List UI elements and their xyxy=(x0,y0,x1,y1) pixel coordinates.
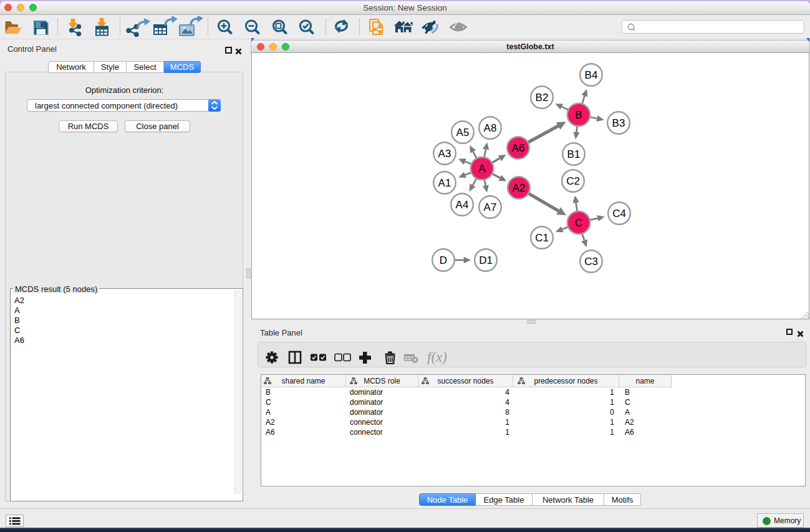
svg-text:B4: B4 xyxy=(585,69,598,81)
svg-text:D1: D1 xyxy=(479,254,493,266)
svg-text:C: C xyxy=(575,217,582,229)
svg-text:B: B xyxy=(575,109,582,121)
svg-text:D: D xyxy=(440,254,447,266)
svg-text:A6: A6 xyxy=(512,142,525,154)
svg-text:A4: A4 xyxy=(456,199,469,211)
svg-text:f(x): f(x) xyxy=(427,349,447,365)
svg-text:A7: A7 xyxy=(484,201,497,213)
svg-text:A: A xyxy=(478,163,486,175)
svg-text:C3: C3 xyxy=(584,256,598,268)
svg-text:A8: A8 xyxy=(484,122,497,134)
svg-text:B2: B2 xyxy=(536,92,549,104)
svg-text:B3: B3 xyxy=(612,117,625,129)
svg-text:C1: C1 xyxy=(535,232,549,244)
svg-text:A3: A3 xyxy=(438,148,451,160)
svg-text:A1: A1 xyxy=(438,177,451,189)
svg-text:C4: C4 xyxy=(612,208,626,220)
svg-text:A2: A2 xyxy=(513,182,526,194)
svg-text:A5: A5 xyxy=(456,127,470,138)
svg-text:B1: B1 xyxy=(567,148,581,160)
svg-text:C2: C2 xyxy=(566,175,580,187)
